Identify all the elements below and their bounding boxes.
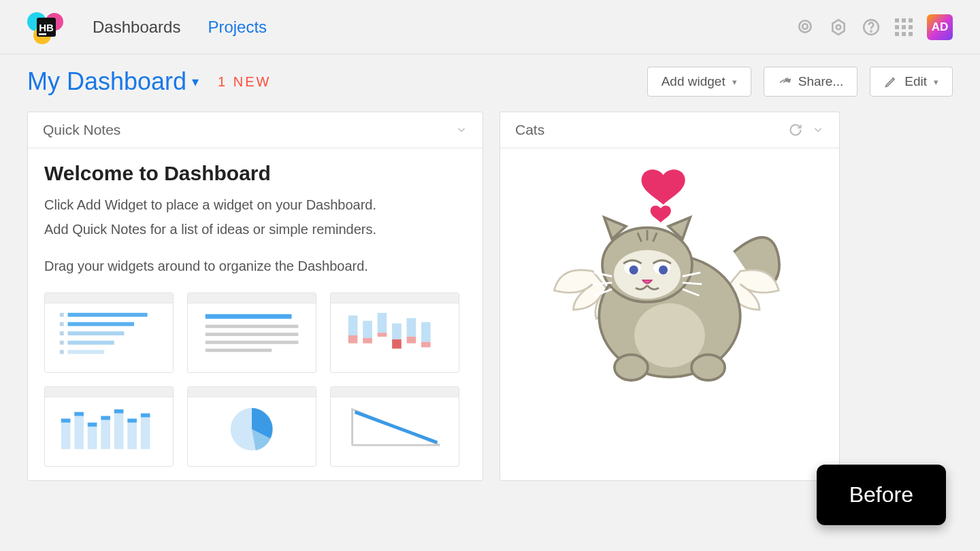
svg-point-6 <box>799 20 811 32</box>
svg-rect-37 <box>421 322 431 342</box>
quick-notes-line1: Click Add Widget to place a widget on yo… <box>44 195 466 215</box>
svg-rect-18 <box>60 341 64 345</box>
svg-rect-49 <box>127 422 137 449</box>
svg-point-59 <box>614 250 681 299</box>
svg-rect-43 <box>88 427 97 449</box>
quick-notes-line3: Drag your widgets around to organize the… <box>44 256 466 276</box>
app-logo[interactable]: HB <box>27 8 65 46</box>
svg-rect-31 <box>378 313 387 333</box>
svg-rect-19 <box>68 341 114 345</box>
widget-thumb-candlestick[interactable] <box>330 293 459 373</box>
svg-rect-45 <box>101 420 110 449</box>
svg-rect-44 <box>88 422 97 427</box>
dashboard-actions: Add widget ▾ Share... Edit ▾ <box>647 67 953 97</box>
svg-rect-14 <box>60 322 64 327</box>
svg-rect-30 <box>363 338 372 344</box>
svg-rect-16 <box>60 331 64 335</box>
widget-thumb-bars[interactable] <box>44 386 174 467</box>
svg-point-11 <box>870 31 871 31</box>
refresh-icon[interactable] <box>789 123 802 137</box>
add-widget-label: Add widget <box>662 74 725 89</box>
quick-notes-line2: Add Quick Notes for a list of ideas or s… <box>44 219 466 239</box>
svg-rect-25 <box>206 341 299 344</box>
chevron-down-icon: ▾ <box>934 77 938 87</box>
share-button[interactable]: Share... <box>764 67 858 97</box>
svg-rect-35 <box>407 318 416 337</box>
before-label-overlay: Before <box>817 465 946 525</box>
widget-thumb-text[interactable] <box>187 293 316 373</box>
svg-point-55 <box>634 303 705 367</box>
svg-point-62 <box>630 265 638 274</box>
dashboard-title-text: My Dashboard <box>27 67 186 96</box>
widget-cats: Cats <box>500 112 840 481</box>
chevron-down-icon[interactable] <box>455 124 468 136</box>
widget-thumbnails <box>44 293 466 467</box>
svg-rect-13 <box>68 313 148 317</box>
svg-rect-38 <box>421 342 431 348</box>
widget-header: Quick Notes <box>28 112 483 148</box>
add-widget-button[interactable]: Add widget ▾ <box>647 67 751 97</box>
svg-marker-8 <box>832 20 844 35</box>
svg-rect-23 <box>206 324 299 328</box>
svg-rect-17 <box>68 331 125 335</box>
svg-rect-21 <box>68 350 105 354</box>
new-badge: 1 NEW <box>218 74 271 90</box>
svg-point-63 <box>659 265 668 274</box>
share-icon <box>778 75 791 88</box>
widget-thumb-list[interactable] <box>44 293 174 373</box>
svg-rect-33 <box>392 323 402 339</box>
widget-header: Cats <box>500 112 839 148</box>
widget-body: Welcome to Dashboard Click Add Widget to… <box>28 148 483 480</box>
edit-label: Edit <box>904 74 927 89</box>
subheader: My Dashboard ▾ 1 NEW Add widget ▾ Share.… <box>0 54 980 112</box>
svg-rect-32 <box>378 333 387 337</box>
svg-rect-50 <box>127 418 137 422</box>
svg-rect-12 <box>60 313 64 317</box>
svg-rect-34 <box>392 339 402 349</box>
topbar: HB Dashboards Projects AD <box>0 0 980 54</box>
widget-thumb-pie[interactable] <box>187 386 316 467</box>
chevron-down-icon: ▾ <box>732 77 737 87</box>
search-icon[interactable] <box>796 18 815 37</box>
svg-rect-52 <box>141 414 150 418</box>
svg-point-7 <box>802 24 808 29</box>
top-icons: AD <box>796 14 953 40</box>
edit-button[interactable]: Edit ▾ <box>870 67 953 97</box>
nav-links: Dashboards Projects <box>93 18 267 37</box>
svg-rect-39 <box>61 422 71 449</box>
svg-rect-26 <box>206 349 272 352</box>
widget-title: Cats <box>515 122 544 138</box>
svg-rect-46 <box>101 416 110 420</box>
svg-rect-27 <box>348 316 358 335</box>
dashboard-title-dropdown[interactable]: My Dashboard ▾ <box>27 67 199 96</box>
svg-rect-47 <box>114 414 124 450</box>
nav-dashboards[interactable]: Dashboards <box>93 18 180 37</box>
help-icon[interactable] <box>862 18 881 37</box>
chevron-down-icon: ▾ <box>192 73 199 90</box>
svg-rect-48 <box>114 410 124 414</box>
apps-grid-icon[interactable] <box>894 18 913 37</box>
quick-notes-heading: Welcome to Dashboard <box>44 162 466 185</box>
svg-rect-28 <box>348 335 358 344</box>
widgets-area: Quick Notes Welcome to Dashboard Click A… <box>0 112 980 481</box>
pencil-icon <box>884 75 898 88</box>
svg-rect-20 <box>60 350 64 354</box>
svg-text:HB: HB <box>39 22 54 33</box>
chevron-down-icon[interactable] <box>812 124 824 136</box>
svg-rect-15 <box>68 322 135 327</box>
user-avatar[interactable]: AD <box>927 14 953 40</box>
svg-rect-41 <box>74 416 84 450</box>
svg-rect-51 <box>141 417 150 449</box>
svg-rect-5 <box>39 33 46 35</box>
svg-point-57 <box>691 354 725 380</box>
nav-projects[interactable]: Projects <box>208 18 267 37</box>
widget-thumb-line[interactable] <box>330 386 459 467</box>
share-label: Share... <box>798 74 844 89</box>
svg-rect-40 <box>61 418 71 422</box>
cat-image <box>500 148 839 407</box>
svg-rect-42 <box>74 412 84 416</box>
svg-rect-36 <box>407 337 416 344</box>
settings-icon[interactable] <box>829 18 848 37</box>
svg-point-56 <box>615 354 648 380</box>
widget-quick-notes: Quick Notes Welcome to Dashboard Click A… <box>27 112 483 481</box>
